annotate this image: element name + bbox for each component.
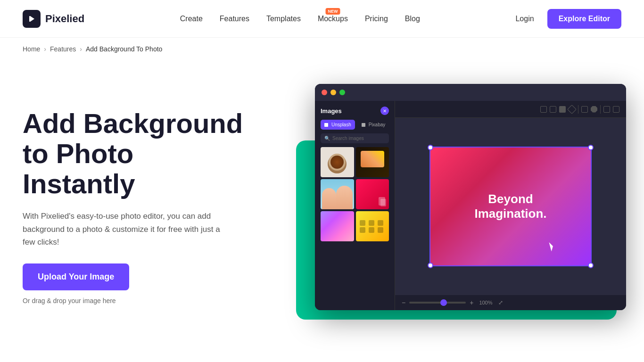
zoom-expand-icon[interactable]: ⤢ bbox=[498, 299, 503, 306]
editor-toolbar bbox=[395, 101, 626, 118]
hero-description: With Pixelied's easy-to-use photo editor… bbox=[23, 210, 225, 248]
nav-pricing[interactable]: Pricing bbox=[365, 15, 388, 23]
image-thumbnail-person[interactable] bbox=[321, 179, 354, 209]
toolbar-divider bbox=[578, 105, 578, 114]
window-minimize-dot bbox=[330, 90, 336, 95]
canvas-handle-bl[interactable] bbox=[428, 263, 433, 268]
header: Pixelied Create Features Templates NEW M… bbox=[0, 0, 644, 38]
login-button[interactable]: Login bbox=[515, 15, 534, 23]
main-nav: Create Features Templates NEW Mockups Pr… bbox=[180, 15, 420, 23]
upload-image-button[interactable]: Upload Your Image bbox=[23, 263, 129, 290]
explore-editor-button[interactable]: Explore Editor bbox=[547, 9, 621, 29]
tab-pixabay[interactable]: Pixabay bbox=[358, 120, 389, 130]
logo[interactable]: Pixelied bbox=[23, 10, 84, 28]
panel-title: Images bbox=[321, 107, 342, 115]
panel-header: Images ✕ bbox=[321, 107, 389, 115]
canvas-handle-tr[interactable] bbox=[588, 145, 594, 150]
image-thumbnail-food[interactable] bbox=[356, 147, 389, 177]
cursor-indicator bbox=[550, 242, 553, 251]
hero-left: Add Background to Photo Instantly With P… bbox=[23, 108, 287, 304]
image-thumbnail-red[interactable] bbox=[356, 179, 389, 209]
canvas: Beyond Imagination. bbox=[395, 118, 626, 295]
images-panel: Images ✕ Unsplash bbox=[315, 101, 395, 310]
zoom-track[interactable] bbox=[409, 302, 466, 304]
toolbar-icon-1[interactable] bbox=[540, 106, 547, 113]
hero-title: Add Background to Photo Instantly bbox=[23, 108, 268, 198]
canvas-text: Beyond Imagination. bbox=[474, 192, 546, 221]
toolbar-icon-2[interactable] bbox=[550, 106, 556, 113]
search-icon: 🔍 bbox=[324, 136, 330, 141]
nav-create[interactable]: Create bbox=[180, 15, 203, 23]
toolbar-icon-6[interactable] bbox=[591, 106, 597, 113]
editor-right-panel: Beyond Imagination. − bbox=[395, 101, 626, 310]
breadcrumb-sep-1: › bbox=[44, 45, 46, 53]
panel-close-button[interactable]: ✕ bbox=[380, 107, 389, 115]
toolbar-icon-5[interactable] bbox=[581, 106, 588, 113]
editor-window: Images ✕ Unsplash bbox=[315, 84, 626, 310]
breadcrumb: Home › Features › Add Background To Phot… bbox=[0, 38, 644, 60]
breadcrumb-current: Add Background To Photo bbox=[86, 45, 162, 53]
nav-features[interactable]: Features bbox=[220, 15, 249, 23]
tab-unsplash[interactable]: Unsplash bbox=[321, 120, 355, 130]
hero-right: Images ✕ Unsplash bbox=[305, 84, 621, 329]
editor-body: Images ✕ Unsplash bbox=[315, 101, 626, 310]
zoom-bar: − + 100% ⤢ bbox=[395, 295, 626, 310]
main-content: Add Background to Photo Instantly With P… bbox=[0, 60, 644, 343]
image-thumbnail-gradient[interactable] bbox=[321, 211, 354, 241]
nav-blog[interactable]: Blog bbox=[405, 15, 420, 23]
toolbar-icon-3[interactable] bbox=[559, 106, 566, 113]
breadcrumb-sep-2: › bbox=[80, 45, 82, 53]
logo-text: Pixelied bbox=[45, 13, 84, 25]
canvas-handle-br[interactable] bbox=[588, 263, 594, 268]
canvas-handle-tl[interactable] bbox=[428, 145, 433, 150]
zoom-minus-button[interactable]: − bbox=[402, 299, 405, 306]
window-maximize-dot bbox=[339, 90, 345, 95]
toolbar-icon-4[interactable] bbox=[567, 105, 577, 114]
zoom-level: 100% bbox=[479, 300, 492, 305]
new-badge: NEW bbox=[325, 8, 340, 15]
svg-rect-2 bbox=[29, 16, 31, 22]
toolbar-icon-8[interactable] bbox=[613, 106, 619, 113]
window-titlebar bbox=[315, 84, 626, 101]
breadcrumb-home[interactable]: Home bbox=[23, 45, 40, 53]
canvas-content[interactable]: Beyond Imagination. bbox=[430, 148, 591, 265]
image-search-bar[interactable]: 🔍 Search images bbox=[321, 133, 389, 143]
toolbar-divider-2 bbox=[600, 105, 601, 114]
drag-drop-text: Or drag & drop your image here bbox=[23, 297, 268, 304]
zoom-plus-button[interactable]: + bbox=[470, 299, 473, 306]
header-actions: Login Explore Editor bbox=[515, 9, 621, 29]
window-close-dot bbox=[322, 90, 327, 95]
zoom-thumb bbox=[440, 299, 447, 306]
panel-tabs: Unsplash Pixabay bbox=[321, 120, 389, 130]
toolbar-icon-7[interactable] bbox=[603, 106, 610, 113]
image-thumbnail-coffee[interactable] bbox=[321, 147, 354, 177]
image-thumbnail-yellow[interactable] bbox=[356, 211, 389, 241]
breadcrumb-features[interactable]: Features bbox=[50, 45, 76, 53]
image-grid bbox=[321, 147, 389, 241]
search-placeholder: Search images bbox=[332, 136, 364, 141]
logo-icon bbox=[23, 10, 41, 28]
nav-mockups[interactable]: NEW Mockups bbox=[318, 15, 348, 23]
nav-templates[interactable]: Templates bbox=[266, 15, 301, 23]
